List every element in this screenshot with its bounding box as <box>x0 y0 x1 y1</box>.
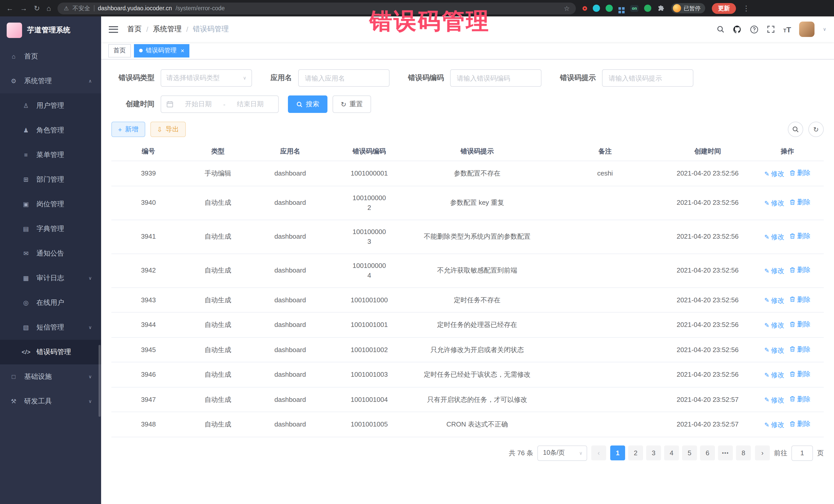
tab-首页[interactable]: 首页 <box>108 44 131 57</box>
sidebar-item-dict-management[interactable]: ▤字典管理 <box>0 217 101 241</box>
edit-link[interactable]: ✎修改 <box>764 345 784 355</box>
extension-icon[interactable] <box>606 5 613 12</box>
extensions-area: on <box>583 4 665 12</box>
sidebar-item-post-management[interactable]: ▣岗位管理 <box>0 192 101 217</box>
date-range-picker[interactable]: 开始日期 - 结束日期 <box>161 95 279 113</box>
pagination-page-button[interactable]: 6 <box>700 445 715 460</box>
pagination-page-button[interactable]: 4 <box>664 445 679 460</box>
delete-link[interactable]: 删除 <box>789 419 810 429</box>
edit-link[interactable]: ✎修改 <box>764 370 784 380</box>
sidebar-scrollbar[interactable] <box>98 345 101 417</box>
delete-link[interactable]: 删除 <box>789 369 810 379</box>
pagination-more-button[interactable]: ••• <box>718 445 733 460</box>
edit-link[interactable]: ✎修改 <box>764 232 784 242</box>
extension-icon[interactable]: on <box>630 5 638 12</box>
sidebar-item-error-code-management[interactable]: </>错误码管理 <box>0 340 101 365</box>
delete-link[interactable]: 删除 <box>789 344 810 354</box>
refresh-button[interactable]: ↻ <box>808 122 824 137</box>
help-icon[interactable] <box>750 25 759 34</box>
add-button[interactable]: + 新增 <box>111 122 145 137</box>
extension-icon[interactable] <box>644 5 651 12</box>
sidebar-item-online-users[interactable]: ◎在线用户 <box>0 290 101 315</box>
delete-icon <box>789 233 795 239</box>
delete-icon <box>789 321 795 327</box>
breadcrumb-item[interactable]: 首页 <box>127 25 142 34</box>
address-bar[interactable]: ⚠ 不安全 dashboard.yudao.iocoder.cn/system/… <box>58 2 576 14</box>
cell-type: 自动生成 <box>185 287 250 312</box>
chevron-down-icon[interactable]: ∨ <box>823 27 826 32</box>
goto-page-input[interactable] <box>791 445 813 461</box>
search-button[interactable]: 搜索 <box>288 95 327 113</box>
page-size-select[interactable]: 10条/页 ∨ <box>537 445 587 461</box>
error-type-select[interactable]: 请选择错误码类型 ∨ <box>161 69 252 87</box>
reset-button[interactable]: ↻ 重置 <box>333 95 371 113</box>
app-name-input[interactable] <box>298 69 390 87</box>
breadcrumb-item[interactable]: 系统管理 <box>153 25 182 34</box>
edit-link[interactable]: ✎修改 <box>764 420 784 430</box>
puzzle-icon[interactable] <box>657 4 665 12</box>
edit-link[interactable]: ✎修改 <box>764 395 784 405</box>
toggle-search-button[interactable] <box>788 122 803 137</box>
sidebar-item-sms-management[interactable]: ▧短信管理∨ <box>0 315 101 340</box>
bookmark-star-icon[interactable]: ☆ <box>564 4 570 12</box>
delete-link[interactable]: 删除 <box>789 294 810 304</box>
browser-back-icon[interactable]: ← <box>6 5 13 12</box>
user-avatar[interactable] <box>799 22 815 37</box>
browser-reload-icon[interactable]: ↻ <box>34 5 40 12</box>
column-header: 应用名 <box>250 142 330 161</box>
error-msg-input[interactable] <box>602 69 694 87</box>
cell-time: 2021-04-20 23:52:56 <box>664 254 751 287</box>
table-tools: ↻ <box>788 122 824 137</box>
sidebar-toggle-icon[interactable] <box>109 26 118 32</box>
delete-link[interactable]: 删除 <box>789 394 810 404</box>
pagination-page-button[interactable]: 2 <box>628 445 643 460</box>
cell-time: 2021-04-20 23:52:57 <box>664 412 751 437</box>
pagination-page-button[interactable]: 8 <box>736 445 751 460</box>
kebab-menu-icon[interactable]: ⋮ <box>743 5 750 12</box>
security-label[interactable]: 不安全 <box>72 4 90 12</box>
delete-link[interactable]: 删除 <box>789 197 810 207</box>
extension-icon[interactable] <box>583 6 587 10</box>
update-button[interactable]: 更新 <box>712 3 736 14</box>
cell-message: CRON 表达式不正确 <box>409 412 546 437</box>
sidebar-item-user-management[interactable]: ♙用户管理 <box>0 93 101 118</box>
sidebar-item-system-management[interactable]: ⚙系统管理∧ <box>0 69 101 93</box>
pagination-page-button[interactable]: 1 <box>610 445 625 460</box>
extension-icon[interactable] <box>618 7 621 9</box>
delete-link[interactable]: 删除 <box>789 168 810 178</box>
browser-forward-icon[interactable]: → <box>20 5 27 12</box>
edit-link[interactable]: ✎修改 <box>764 295 784 305</box>
edit-link[interactable]: ✎修改 <box>764 320 784 330</box>
font-size-icon[interactable]: TT <box>783 25 791 34</box>
sidebar-item-role-management[interactable]: ♟角色管理 <box>0 118 101 143</box>
search-icon[interactable] <box>717 25 725 34</box>
pagination-prev-button[interactable]: ‹ <box>591 445 606 460</box>
edit-link[interactable]: ✎修改 <box>764 266 784 276</box>
error-code-input[interactable] <box>450 69 542 87</box>
sidebar-item-dept-management[interactable]: ⊞部门管理 <box>0 167 101 192</box>
export-button[interactable]: ⇩ 导出 <box>150 122 185 137</box>
edit-link[interactable]: ✎修改 <box>764 169 784 179</box>
delete-link[interactable]: 删除 <box>789 265 810 275</box>
extension-icon[interactable] <box>593 5 600 12</box>
sidebar-item-notice-announcement[interactable]: ✉通知公告 <box>0 241 101 266</box>
browser-home-icon[interactable]: ⌂ <box>46 5 51 12</box>
sidebar-item-menu-management[interactable]: ≡菜单管理 <box>0 143 101 167</box>
tab-错误码管理[interactable]: 错误码管理× <box>134 44 190 57</box>
sidebar-item-infrastructure[interactable]: □基础设施∨ <box>0 365 101 389</box>
edit-link[interactable]: ✎修改 <box>764 198 784 209</box>
pagination-page-button[interactable]: 5 <box>682 445 697 460</box>
pagination-page-button[interactable]: 3 <box>646 445 661 460</box>
delete-link[interactable]: 删除 <box>789 231 810 241</box>
fullscreen-icon[interactable] <box>767 25 775 34</box>
github-icon[interactable] <box>733 25 742 34</box>
total-count: 共 76 条 <box>509 448 533 458</box>
sidebar-item-audit-log[interactable]: ▦审计日志∨ <box>0 266 101 290</box>
profile-chip[interactable]: 已暂停 <box>671 3 705 13</box>
sidebar-item-home[interactable]: ⌂首页 <box>0 44 101 69</box>
sidebar-item-dev-tools[interactable]: ⚒研发工具∨ <box>0 389 101 414</box>
close-icon[interactable]: × <box>181 47 184 54</box>
logo[interactable]: 芋道管理系统 <box>0 17 101 44</box>
pagination-next-button[interactable]: › <box>755 445 770 460</box>
delete-link[interactable]: 删除 <box>789 319 810 329</box>
